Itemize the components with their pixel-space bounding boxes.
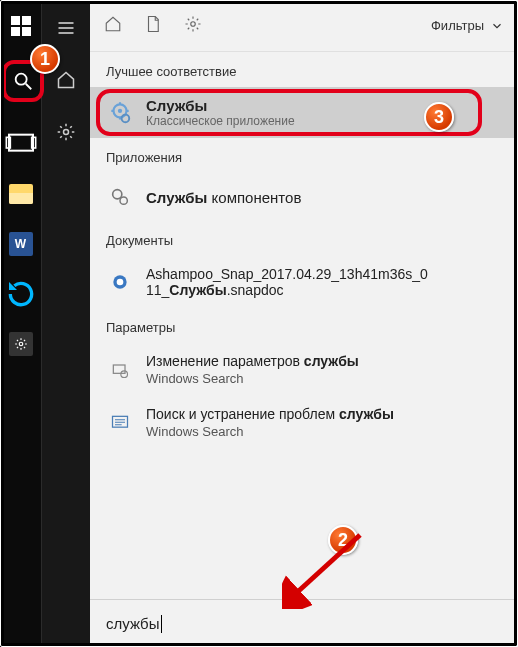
snapdoc-icon <box>106 268 134 296</box>
scope-apps-button[interactable] <box>104 15 122 36</box>
docs-header: Документы <box>90 221 518 256</box>
text-caret <box>161 615 162 633</box>
svg-point-7 <box>19 342 23 346</box>
annotation-badge-2: 2 <box>328 525 358 555</box>
taskbar: W 1 <box>0 0 42 647</box>
svg-line-9 <box>26 84 32 90</box>
svg-point-18 <box>117 279 124 286</box>
scope-docs-button[interactable] <box>144 15 162 36</box>
update-button[interactable] <box>5 278 37 310</box>
start-button[interactable] <box>5 10 37 42</box>
svg-rect-4 <box>9 135 33 151</box>
word-icon: W <box>9 232 33 256</box>
best-match-header: Лучшее соответствие <box>90 52 518 87</box>
svg-rect-0 <box>11 16 20 25</box>
settings-result-2-title: Поиск и устранение проблем службы <box>146 406 394 422</box>
settings-result-1-sub: Windows Search <box>146 371 359 386</box>
search-input[interactable]: службы <box>90 599 518 647</box>
taskview-button[interactable] <box>5 128 37 160</box>
apps-result[interactable]: Службы компонентов <box>90 173 518 221</box>
chevron-down-icon <box>490 19 504 33</box>
svg-point-13 <box>118 108 122 112</box>
home-outline-icon <box>104 15 122 33</box>
svg-point-20 <box>121 370 128 377</box>
start-rail <box>42 0 90 647</box>
word-button[interactable]: W <box>5 228 37 260</box>
folder-icon <box>9 184 33 204</box>
svg-rect-1 <box>22 16 31 25</box>
settings-result-1[interactable]: Изменение параметров службы Windows Sear… <box>90 343 518 396</box>
svg-rect-19 <box>113 365 125 373</box>
settings-result-2[interactable]: Поиск и устранение проблем службы Window… <box>90 396 518 449</box>
svg-point-10 <box>64 130 69 135</box>
gear-icon <box>56 122 76 142</box>
apps-header: Приложения <box>90 138 518 173</box>
panel-toolbar: Фильтры <box>90 0 518 52</box>
apps-result-title: Службы компонентов <box>146 189 301 206</box>
svg-point-16 <box>120 197 127 204</box>
filters-label: Фильтры <box>431 18 484 33</box>
windows-logo-icon <box>11 16 31 36</box>
svg-point-15 <box>113 190 122 199</box>
hamburger-icon <box>56 18 76 38</box>
home-icon <box>56 70 76 90</box>
refresh-icon <box>5 278 37 310</box>
best-match-title: Службы <box>146 97 295 114</box>
svg-rect-3 <box>22 27 31 36</box>
component-services-icon <box>106 183 134 211</box>
home-button[interactable] <box>52 66 80 94</box>
gear-icon <box>184 15 202 33</box>
explorer-button[interactable] <box>5 178 37 210</box>
search-button[interactable]: 1 <box>2 60 44 102</box>
annotation-arrow-icon <box>282 529 372 609</box>
search-panel: Фильтры Лучшее соответствие Службы Класс… <box>90 0 518 647</box>
settings-result-1-title: Изменение параметров службы <box>146 353 359 369</box>
svg-line-22 <box>292 535 360 597</box>
best-match-result[interactable]: Службы Классическое приложение <box>90 87 518 138</box>
settings-result-2-sub: Windows Search <box>146 424 394 439</box>
settings-tile-button[interactable] <box>5 328 37 360</box>
settings-header: Параметры <box>90 308 518 343</box>
document-icon <box>144 15 162 33</box>
svg-point-8 <box>16 74 27 85</box>
docs-result[interactable]: Ashampoo_Snap_2017.04.29_13h41m36s_011_С… <box>90 256 518 308</box>
hamburger-button[interactable] <box>52 14 80 42</box>
search-icon <box>12 70 34 92</box>
windows-search-screenshot: W 1 <box>0 0 518 647</box>
troubleshoot-icon <box>106 409 134 437</box>
filters-button[interactable]: Фильтры <box>431 18 504 33</box>
gear-icon <box>9 332 33 356</box>
docs-result-title: Ashampoo_Snap_2017.04.29_13h41m36s_011_С… <box>146 266 428 298</box>
scope-settings-button[interactable] <box>184 15 202 36</box>
rail-settings-button[interactable] <box>52 118 80 146</box>
svg-point-11 <box>191 22 196 27</box>
taskview-icon <box>5 128 37 160</box>
search-input-value: службы <box>106 615 160 632</box>
services-gear-icon <box>106 99 134 127</box>
best-match-subtitle: Классическое приложение <box>146 114 295 128</box>
settings-wrench-icon <box>106 356 134 384</box>
svg-rect-2 <box>11 27 20 36</box>
